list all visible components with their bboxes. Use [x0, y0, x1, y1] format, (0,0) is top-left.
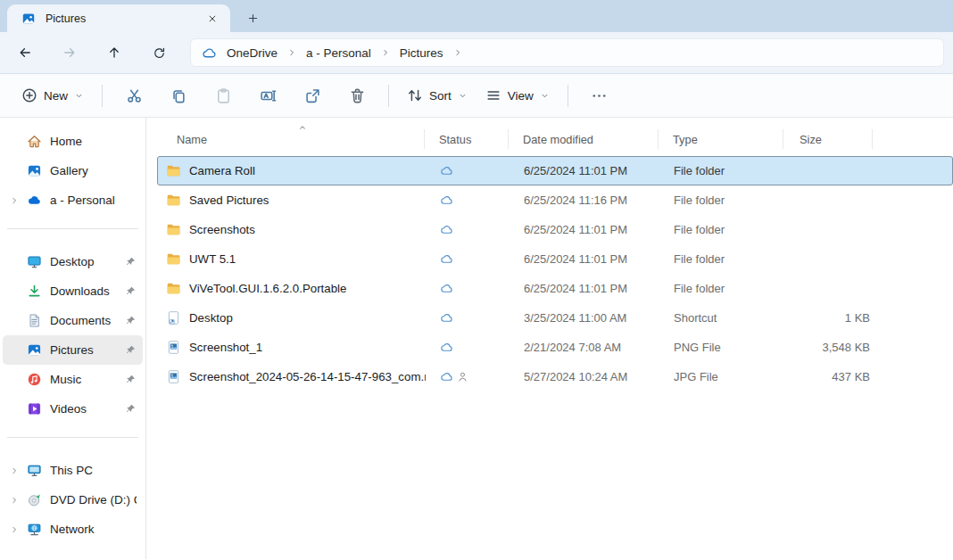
column-header-size[interactable]: Size: [783, 129, 873, 149]
expand-chevron-icon[interactable]: [10, 195, 27, 206]
paste-icon: [215, 87, 232, 104]
sidebar-item-home[interactable]: Home: [3, 127, 143, 156]
tab-pictures[interactable]: Pictures: [7, 4, 230, 32]
new-button[interactable]: New: [12, 82, 93, 109]
file-row[interactable]: Screenshot_2024-05-26-14-15-47-963_com.m…: [157, 362, 953, 391]
file-name-cell: Screenshot_2024-05-26-14-15-47-963_com.m…: [158, 369, 426, 384]
file-name: Saved Pictures: [189, 194, 269, 207]
plus-icon: [247, 12, 259, 24]
breadcrumb-item[interactable]: a - Personal: [306, 46, 371, 60]
sidebar-item-pictures[interactable]: Pictures: [3, 335, 143, 365]
person-status-icon: [457, 371, 468, 383]
sidebar-item-this-pc[interactable]: This PC: [3, 456, 143, 485]
chevron-spacer: [10, 345, 27, 356]
back-arrow-icon: [18, 45, 32, 60]
expand-chevron-icon[interactable]: [10, 465, 27, 476]
sidebar-item-downloads[interactable]: Downloads: [3, 276, 143, 306]
expand-chevron-icon[interactable]: [10, 495, 27, 506]
file-row[interactable]: Camera Roll6/25/2024 11:01 PMFile folder: [157, 156, 953, 185]
close-tab-icon[interactable]: [202, 8, 223, 29]
up-button[interactable]: [99, 39, 129, 66]
file-row[interactable]: Screenshots6/25/2024 11:01 PMFile folder: [157, 215, 953, 244]
column-header-name[interactable]: Name: [157, 129, 425, 149]
file-row[interactable]: ViVeTool.GUI.1.6.2.0.Portable6/25/2024 1…: [157, 274, 953, 303]
file-name-cell: ViVeTool.GUI.1.6.2.0.Portable: [158, 281, 426, 296]
delete-button[interactable]: [337, 79, 377, 111]
date-modified-cell: 6/25/2024 11:01 PM: [510, 223, 659, 236]
rename-icon: [260, 87, 277, 104]
sidebar-item-label: Pictures: [50, 343, 121, 357]
view-button[interactable]: View: [476, 82, 559, 109]
file-row[interactable]: UWT 5.16/25/2024 11:01 PMFile folder: [157, 244, 953, 274]
sidebar-item-documents[interactable]: Documents: [3, 306, 143, 335]
pin-icon: [125, 374, 137, 385]
sidebar-item-label: Desktop: [50, 255, 121, 268]
image-file-icon: [166, 340, 181, 355]
refresh-button[interactable]: [144, 39, 174, 66]
chevron-down-icon: [74, 91, 84, 101]
column-header-type[interactable]: Type: [659, 129, 783, 149]
address-bar[interactable]: OneDrivea - PersonalPictures: [190, 38, 944, 67]
column-headers: NameStatusDate modifiedTypeSize: [157, 127, 953, 152]
up-arrow-icon: [107, 45, 121, 60]
chevron-right-icon: [10, 525, 19, 534]
pictures-icon: [21, 12, 36, 26]
sidebar-item-label: Documents: [50, 314, 121, 327]
column-header-label: Type: [673, 133, 698, 146]
cut-button[interactable]: [114, 79, 153, 111]
folder-icon: [166, 222, 181, 237]
pin-icon: [125, 256, 137, 268]
paste-button[interactable]: [203, 79, 243, 111]
file-row[interactable]: Screenshot_12/21/2024 7:08 AMPNG File3,5…: [157, 333, 953, 362]
chevron-right-icon: [10, 496, 19, 505]
sidebar-item-music[interactable]: Music: [3, 365, 143, 394]
main-area: HomeGallerya - PersonalDesktopDownloadsD…: [0, 118, 953, 559]
cloud-status-icon: [440, 194, 453, 207]
forward-button[interactable]: [54, 39, 85, 66]
file-name-cell: Camera Roll: [158, 163, 426, 178]
date-modified-cell: 6/25/2024 11:01 PM: [510, 252, 659, 266]
copy-button[interactable]: [159, 79, 198, 111]
sidebar-item-desktop[interactable]: Desktop: [3, 247, 143, 276]
sidebar-item-videos[interactable]: Videos: [3, 394, 143, 424]
file-row[interactable]: Saved Pictures6/25/2024 11:16 PMFile fol…: [157, 185, 953, 215]
column-header-label: Date modified: [523, 133, 593, 146]
date-modified-cell: 6/25/2024 11:16 PM: [510, 194, 659, 207]
column-header-date[interactable]: Date modified: [509, 129, 659, 149]
pictures-icon: [27, 342, 42, 358]
breadcrumb-item[interactable]: OneDrive: [227, 46, 278, 60]
shortcut-icon: [166, 310, 181, 325]
back-button[interactable]: [10, 39, 40, 66]
plus-circle-icon: [21, 87, 37, 103]
more-options-button[interactable]: [580, 79, 619, 111]
sidebar-item-dvd-drive-d-ccc[interactable]: DVD Drive (D:) CCC: [3, 485, 143, 515]
music-icon: [27, 372, 42, 387]
file-name: Camera Roll: [189, 164, 255, 177]
column-header-status[interactable]: Status: [425, 129, 509, 149]
sidebar-item-a-personal[interactable]: a - Personal: [3, 185, 143, 215]
sort-button[interactable]: Sort: [398, 82, 476, 109]
new-tab-button[interactable]: [241, 6, 265, 30]
forward-arrow-icon: [62, 45, 77, 60]
sidebar-item-network[interactable]: Network: [3, 515, 143, 544]
chevron-right-icon: [287, 48, 296, 57]
rename-button[interactable]: [248, 79, 287, 111]
pin-icon: [125, 344, 137, 356]
status-cell: [426, 311, 510, 325]
chevron-spacer: [10, 166, 27, 177]
share-button[interactable]: [293, 79, 332, 111]
file-list-area: NameStatusDate modifiedTypeSize Camera R…: [146, 118, 953, 559]
file-name: Desktop: [189, 311, 233, 325]
sidebar-item-gallery[interactable]: Gallery: [3, 156, 143, 185]
file-name: Screenshot_2024-05-26-14-15-47-963_com.m…: [189, 370, 426, 383]
date-modified-cell: 6/25/2024 11:01 PM: [510, 282, 659, 295]
more-icon: [591, 87, 608, 104]
thispc-icon: [27, 463, 42, 478]
cloud-status-icon: [440, 223, 453, 236]
expand-chevron-icon[interactable]: [10, 524, 27, 535]
toolbar-separator: [102, 85, 103, 107]
file-name: Screenshot_1: [189, 341, 262, 354]
cloud-status-icon: [440, 341, 453, 354]
breadcrumb-item[interactable]: Pictures: [400, 46, 443, 60]
file-row[interactable]: Desktop3/25/2024 11:00 AMShortcut1 KB: [157, 303, 953, 333]
